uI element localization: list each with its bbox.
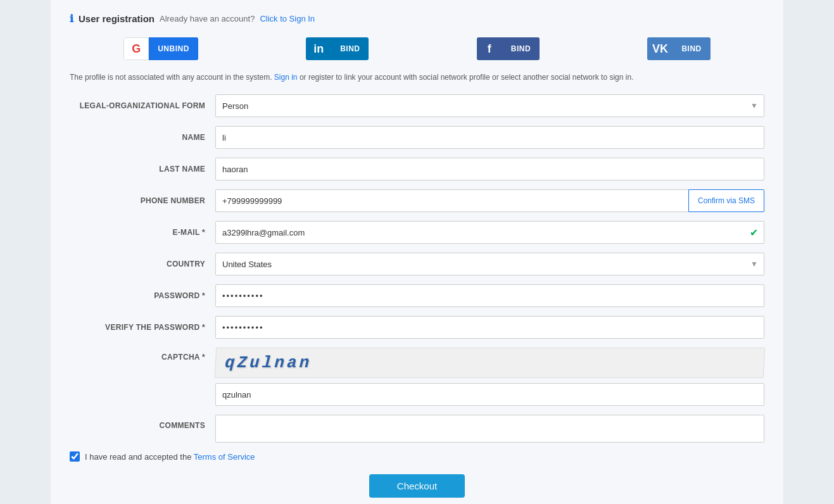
linkedin-button-label: BIND	[331, 37, 369, 60]
name-row: NAME	[70, 126, 764, 149]
verify-password-row: VERIFY THE PASSWORD *	[70, 316, 764, 339]
comments-label: COMMENTS	[70, 415, 215, 430]
email-row: E-MAIL * ✔	[70, 221, 764, 244]
lastname-input-wrap	[215, 158, 764, 180]
info-icon: ℹ	[70, 13, 73, 25]
vk-icon: VK	[647, 37, 673, 60]
already-account-text: Already have an account?	[160, 14, 255, 23]
verify-password-label: VERIFY THE PASSWORD *	[70, 323, 215, 332]
tos-row: I have read and accepted the Terms of Se…	[70, 451, 764, 462]
country-row: COUNTRY United States Canada United King…	[70, 253, 764, 275]
facebook-button-label: BIND	[502, 37, 540, 60]
password-input-wrap	[215, 284, 764, 307]
legal-form-row: LEGAL-ORGANIZATIONAL FORM Person Company…	[70, 94, 764, 117]
comments-input[interactable]	[215, 415, 764, 443]
legal-form-select-wrapper: Person Company ▼	[215, 94, 764, 117]
page-title: User registration	[79, 13, 155, 24]
phone-input-wrap: Confirm via SMS	[215, 189, 764, 212]
captcha-wrap: qZulnan	[215, 348, 764, 406]
notice-text: The profile is not associated with any a…	[70, 72, 764, 83]
verify-password-input[interactable]	[215, 316, 764, 339]
linkedin-icon: in	[306, 37, 331, 60]
phone-input[interactable]	[215, 189, 688, 212]
google-unbind-button[interactable]: G UNBIND	[123, 37, 198, 60]
facebook-bind-button[interactable]: f BIND	[477, 37, 540, 60]
google-icon: G	[123, 37, 149, 60]
linkedin-bind-button[interactable]: in BIND	[306, 37, 369, 60]
legal-form-label: LEGAL-ORGANIZATIONAL FORM	[70, 101, 215, 110]
google-button-label: UNBIND	[149, 37, 198, 60]
verify-password-input-wrap	[215, 316, 764, 339]
lastname-input[interactable]	[215, 158, 764, 180]
password-row: PASSWORD *	[70, 284, 764, 307]
captcha-row: CAPTCHA * qZulnan	[70, 348, 764, 406]
captcha-input[interactable]	[215, 383, 764, 406]
captcha-image: qZulnan	[215, 348, 766, 378]
facebook-icon: f	[477, 37, 502, 60]
lastname-label: LAST NAME	[70, 165, 215, 173]
captcha-label: CAPTCHA *	[70, 348, 215, 362]
comments-row: COMMENTS	[70, 415, 764, 443]
vk-bind-button[interactable]: VK BIND	[647, 37, 710, 60]
email-label: E-MAIL *	[70, 228, 215, 237]
tos-link[interactable]: Terms of Service	[194, 452, 255, 462]
tos-label: I have read and accepted the Terms of Se…	[85, 452, 255, 462]
email-verified-icon: ✔	[750, 227, 758, 239]
phone-label: PHONE NUMBER	[70, 196, 215, 205]
checkout-row: Checkout	[70, 474, 764, 498]
vk-button-label: BIND	[673, 37, 710, 60]
name-label: NAME	[70, 133, 215, 142]
password-label: PASSWORD *	[70, 291, 215, 300]
password-input[interactable]	[215, 284, 764, 307]
phone-row: PHONE NUMBER Confirm via SMS	[70, 189, 764, 212]
country-select[interactable]: United States Canada United Kingdom Germ…	[215, 253, 764, 275]
country-label: COUNTRY	[70, 260, 215, 268]
name-input[interactable]	[215, 126, 764, 149]
social-buttons-row: G UNBIND in BIND f BIND VK BIND	[70, 35, 764, 63]
checkout-button[interactable]: Checkout	[369, 474, 465, 498]
lastname-row: LAST NAME	[70, 158, 764, 180]
notice-signin-link[interactable]: Sign in	[274, 73, 298, 82]
legal-form-select[interactable]: Person Company	[215, 94, 764, 117]
name-input-wrap	[215, 126, 764, 149]
country-select-wrapper: United States Canada United Kingdom Germ…	[215, 253, 764, 275]
email-input-wrap: ✔	[215, 221, 764, 244]
confirm-sms-button[interactable]: Confirm via SMS	[688, 189, 764, 212]
tos-checkbox[interactable]	[70, 451, 80, 462]
signin-link[interactable]: Click to Sign In	[260, 14, 315, 23]
email-input[interactable]	[215, 221, 764, 244]
